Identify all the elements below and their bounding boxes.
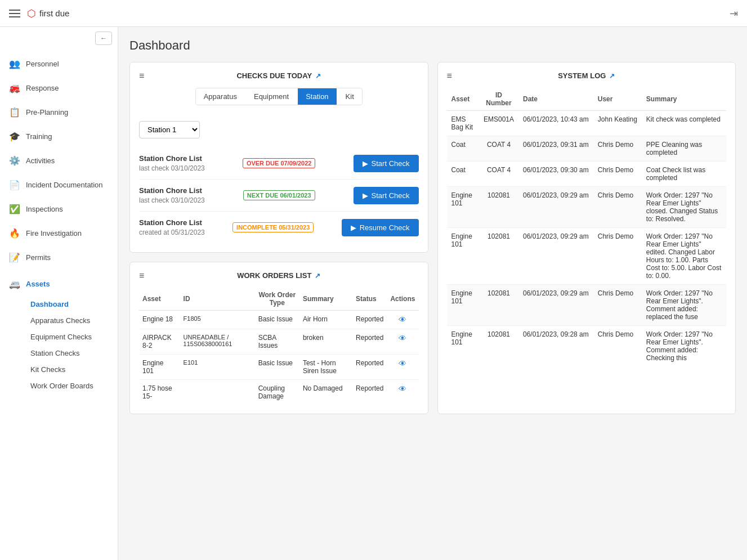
brand-name: first due	[39, 8, 69, 18]
sidebar-collapse-button[interactable]: ←	[95, 32, 112, 45]
sl-summary-5: Work Order: 1297 "No Rear Emer Lights". …	[642, 285, 726, 326]
sidebar-item-training[interactable]: 🎓 Training	[0, 124, 118, 149]
work-orders-external-link-icon[interactable]: ↗	[315, 272, 320, 280]
sl-user-1: Chris Demo	[593, 136, 642, 162]
work-orders-title: WORK ORDERS LIST ↗	[237, 271, 320, 280]
check-status-1: NEXT DUE 06/01/2023	[243, 190, 315, 200]
wo-summary-3: No Damaged	[299, 380, 352, 405]
station-select[interactable]: Station 1 Station 2 Station 3	[139, 121, 200, 138]
sl-user-3: Chris Demo	[593, 187, 642, 228]
wo-asset-2: Engine 101	[139, 355, 180, 380]
system-log-external-link-icon[interactable]: ↗	[609, 72, 615, 80]
sidebar-item-pre-planning[interactable]: 📋 Pre-Planning	[0, 100, 118, 124]
start-check-button-1[interactable]: ▶ Start Check	[354, 187, 419, 204]
assets-label: Assets	[26, 280, 50, 288]
fire-investigation-icon: 🔥	[9, 228, 20, 239]
brand-logo-icon: ⬡	[27, 7, 36, 20]
wo-action-3[interactable]: 👁	[387, 380, 418, 405]
wo-view-icon-2[interactable]: 👁	[399, 359, 406, 368]
training-icon: 🎓	[9, 131, 20, 142]
work-orders-menu-icon[interactable]: ≡	[139, 271, 144, 281]
wo-view-icon-1[interactable]: 👁	[399, 334, 406, 343]
sl-col-asset: Asset	[447, 88, 479, 111]
sidebar-collapse-area: ←	[0, 27, 118, 50]
sl-summary-6: Work Order: 1297 "No Rear Emer Lights". …	[642, 326, 726, 367]
permits-icon: 📝	[9, 252, 20, 263]
wo-status-1: Reported	[352, 329, 387, 355]
wo-col-actions: Actions	[387, 288, 418, 311]
submenu-item-work-order-boards[interactable]: Work Order Boards	[26, 378, 118, 394]
wo-col-status: Status	[352, 288, 387, 311]
sidebar-item-activities[interactable]: ⚙️ Activities	[0, 149, 118, 173]
work-order-row-1: AIRPACK 8-2 UNREADABLE / 115S0638000161 …	[139, 329, 419, 355]
play-icon-2: ▶	[351, 223, 356, 232]
wo-col-type: Work OrderType	[255, 288, 299, 311]
work-order-row-2: Engine 101 E101 Basic Issue Test - Horn …	[139, 355, 419, 380]
wo-id-0: F1805	[180, 311, 255, 329]
wo-action-2[interactable]: 👁	[387, 355, 418, 380]
wo-action-0[interactable]: 👁	[387, 311, 418, 329]
tab-kit[interactable]: Kit	[338, 88, 362, 105]
submenu-item-station-checks[interactable]: Station Checks	[26, 345, 118, 361]
sidebar-item-activities-label: Activities	[26, 156, 55, 165]
check-info-1: Station Chore List last check 03/10/2023	[139, 186, 205, 204]
submenu-item-apparatus-checks[interactable]: Apparatus Checks	[26, 312, 118, 329]
sl-asset-2: Coat	[447, 162, 479, 187]
wo-asset-3: 1.75 hose 15-	[139, 380, 180, 405]
start-check-button-0[interactable]: ▶ Start Check	[354, 155, 419, 172]
incident-documentation-icon: 📄	[9, 180, 20, 190]
sl-asset-1: Coat	[447, 136, 479, 162]
main-content: Dashboard ≡ CHECKS DUE TODAY ↗	[118, 27, 747, 560]
sidebar-item-fire-investigation-label: Fire Investigation	[26, 229, 82, 238]
sl-id-1: COAT 4	[479, 136, 518, 162]
checks-menu-icon[interactable]: ≡	[139, 71, 144, 81]
sidebar-item-incident-documentation[interactable]: 📄 Incident Documentation	[0, 173, 118, 197]
submenu-item-equipment-checks[interactable]: Equipment Checks	[26, 329, 118, 345]
submenu-item-dashboard[interactable]: Dashboard	[26, 296, 118, 312]
sidebar-item-permits[interactable]: 📝 Permits	[0, 245, 118, 270]
wo-summary-2: Test - Horn Siren Issue	[299, 355, 352, 380]
system-log-menu-icon[interactable]: ≡	[447, 71, 452, 81]
sidebar-item-fire-investigation[interactable]: 🔥 Fire Investigation	[0, 221, 118, 245]
sl-summary-2: Coat Check list was completed	[642, 162, 726, 187]
logout-icon[interactable]: ⇥	[730, 7, 738, 20]
sidebar-item-assets[interactable]: 🚐 Assets	[0, 272, 118, 296]
wo-id-1: UNREADABLE / 115S0638000161	[180, 329, 255, 355]
tab-apparatus[interactable]: Apparatus	[196, 88, 245, 105]
sidebar-item-personnel-label: Personnel	[26, 60, 59, 68]
app-body: ← 👥 Personnel 🚒 Response 📋 Pre-Planning …	[0, 27, 747, 560]
wo-type-3: Coupling Damage	[255, 380, 299, 405]
sl-date-6: 06/01/2023, 09:28 am	[518, 326, 593, 367]
tab-station[interactable]: Station	[298, 88, 336, 105]
check-last-2: created at 05/31/2023	[139, 229, 205, 236]
sl-asset-4: Engine 101	[447, 228, 479, 285]
activities-icon: ⚙️	[9, 155, 20, 166]
sl-col-user: User	[593, 88, 642, 111]
submenu-item-kit-checks[interactable]: Kit Checks	[26, 361, 118, 378]
sl-asset-6: Engine 101	[447, 326, 479, 367]
system-log-table: Asset IDNumber Date User Summary EMS Bag…	[447, 88, 727, 366]
hamburger-menu[interactable]	[9, 10, 20, 17]
sidebar-item-response[interactable]: 🚒 Response	[0, 76, 118, 100]
wo-type-1: SCBA Issues	[255, 329, 299, 355]
play-icon-0: ▶	[363, 159, 368, 168]
wo-view-icon-0[interactable]: 👁	[399, 315, 406, 324]
check-status-0: OVER DUE 07/09/2022	[243, 158, 316, 168]
sidebar-item-permits-label: Permits	[26, 253, 51, 262]
topbar: ⬡ first due ⇥	[0, 0, 747, 27]
check-name-1: Station Chore List	[139, 186, 205, 195]
sl-date-1: 06/01/2023, 09:31 am	[518, 136, 593, 162]
checks-external-link-icon[interactable]: ↗	[315, 72, 321, 80]
response-icon: 🚒	[9, 83, 20, 93]
wo-summary-1: broken	[299, 329, 352, 355]
wo-view-icon-3[interactable]: 👁	[399, 384, 406, 393]
sidebar-item-inspections[interactable]: ✅ Inspections	[0, 197, 118, 221]
personnel-icon: 👥	[9, 59, 20, 69]
sl-summary-0: Kit check was completed	[642, 111, 726, 136]
sidebar-item-personnel[interactable]: 👥 Personnel	[0, 52, 118, 76]
brand: ⬡ first due	[27, 7, 69, 20]
sl-col-date: Date	[518, 88, 593, 111]
tab-equipment[interactable]: Equipment	[246, 88, 297, 105]
resume-check-button-2[interactable]: ▶ Resume Check	[342, 219, 419, 236]
wo-action-1[interactable]: 👁	[387, 329, 418, 355]
